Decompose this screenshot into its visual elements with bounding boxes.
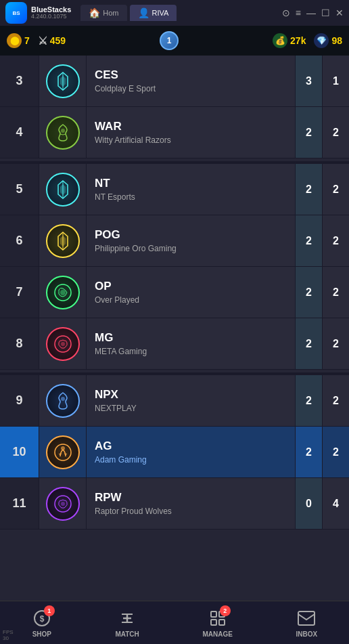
- team-logo-nt: [46, 173, 80, 207]
- team-logo-war: [46, 116, 80, 150]
- rank-badge: 1: [160, 31, 179, 50]
- svg-rect-29: [298, 611, 315, 625]
- wins-cell: 2: [295, 267, 322, 318]
- table-row-highlighted[interactable]: 10 AG Adam Gaming 2: [0, 427, 349, 478]
- table-row[interactable]: 3 CES Coldplay E Sport 3 1: [0, 56, 349, 107]
- gems-icon: 💎: [314, 33, 329, 48]
- gold-value: 7: [24, 35, 30, 46]
- team-info: RPW Raptor Proud Wolves: [87, 491, 295, 515]
- rank-cell: 6: [0, 215, 39, 266]
- logo-cell: [39, 56, 87, 106]
- swords-icon: ⚔: [38, 35, 47, 47]
- close-icon[interactable]: ✕: [335, 7, 344, 18]
- coins-icon: 💰: [273, 33, 287, 48]
- app-version: 4.240.0.1075: [31, 14, 71, 20]
- gems-status: 💎 98: [314, 33, 342, 48]
- logo-cell: [39, 107, 87, 158]
- svg-point-11: [60, 290, 66, 295]
- tab-bar: 🏠 Hom 👤 RIVA: [80, 5, 278, 21]
- losses-cell: 2: [322, 164, 349, 215]
- nav-shop[interactable]: $ 1 SHOP: [32, 608, 52, 638]
- swords-value: 459: [50, 35, 66, 46]
- team-name: META Gaming: [95, 347, 287, 356]
- svg-point-13: [61, 342, 65, 346]
- table-row[interactable]: 7 OP Over Played 2 2: [0, 267, 349, 318]
- logo-cell: [39, 427, 87, 477]
- team-abbr: RPW: [95, 491, 287, 505]
- logo-cell: [39, 478, 87, 529]
- team-name: Over Played: [95, 295, 287, 305]
- gold-status: ⬤ 7: [7, 33, 30, 48]
- team-info: OP Over Played: [87, 280, 295, 304]
- rank-container: 1: [74, 31, 264, 50]
- table-row[interactable]: 8 MG META Gaming 2 2: [0, 318, 349, 370]
- shop-label: SHOP: [32, 630, 51, 638]
- team-logo-ces: [46, 64, 80, 98]
- main-content: 3 CES Coldplay E Sport 3 1: [0, 56, 349, 601]
- menu-icon[interactable]: ≡: [296, 7, 301, 18]
- logo-cell: [39, 375, 87, 426]
- rank-cell: 5: [0, 164, 39, 215]
- nav-manage[interactable]: 2 MANAGE: [202, 608, 232, 638]
- inbox-label: INBOX: [296, 630, 318, 638]
- table-row[interactable]: 4 WAR Witty Artificial Razors 2 2: [0, 107, 349, 158]
- wins-cell: 2: [295, 215, 322, 266]
- team-name: Coldplay E Sport: [95, 84, 287, 93]
- team-abbr: POG: [95, 228, 287, 242]
- team-info: WAR Witty Artificial Razors: [87, 120, 295, 144]
- rank-cell: 11: [0, 478, 39, 529]
- losses-cell: 2: [322, 267, 349, 318]
- maximize-icon[interactable]: ☐: [321, 7, 330, 18]
- swords-status: ⚔ 459: [38, 35, 66, 47]
- logo-cell: [39, 215, 87, 266]
- app-info: BlueStacks 4.240.0.1075: [31, 5, 71, 20]
- team-name: NT Esports: [95, 192, 287, 202]
- nav-match[interactable]: MATCH: [115, 608, 139, 638]
- wins-cell: 0: [295, 478, 322, 529]
- team-logo-mg: [46, 327, 80, 361]
- user-icon[interactable]: ⊙: [282, 7, 290, 18]
- gems-value: 98: [331, 35, 342, 46]
- rank-cell: 9: [0, 375, 39, 426]
- svg-point-3: [61, 129, 65, 133]
- losses-cell: 2: [322, 318, 349, 369]
- table-row[interactable]: 9 NPX NEXTPLAY 2 2: [0, 375, 349, 427]
- losses-cell: 2: [322, 107, 349, 158]
- team-info: POG Philippine Oro Gaming: [87, 228, 295, 253]
- team-abbr: NPX: [95, 388, 287, 402]
- manage-label: MANAGE: [202, 630, 232, 638]
- svg-text:$: $: [39, 614, 44, 624]
- section-bot: 9 NPX NEXTPLAY 2 2: [0, 375, 349, 530]
- bluestacks-logo: BS: [5, 2, 27, 24]
- coins-status: 💰 27k: [273, 33, 306, 48]
- team-name: Philippine Oro Gaming: [95, 244, 287, 253]
- table-row[interactable]: 11 RPW Raptor Proud Wolves 0 4: [0, 478, 349, 530]
- nav-inbox[interactable]: INBOX: [296, 608, 318, 638]
- bottom-nav: $ 1 SHOP MATCH: [0, 601, 349, 644]
- team-abbr: WAR: [95, 120, 287, 133]
- team-name: Adam Gaming: [95, 455, 287, 465]
- rank-cell: 7: [0, 267, 39, 318]
- wins-cell: 3: [295, 56, 322, 106]
- tab-home[interactable]: 🏠 Hom: [80, 5, 126, 21]
- losses-cell: 4: [322, 478, 349, 529]
- table-row[interactable]: 6 POG Philippine Oro Gaming 2 2: [0, 215, 349, 267]
- window-controls: ⊙ ≡ — ☐ ✕: [282, 7, 344, 18]
- coins-value: 27k: [290, 35, 306, 46]
- wins-cell: 2: [295, 427, 322, 477]
- svg-rect-27: [211, 620, 216, 625]
- fps-label: FPS30: [3, 629, 14, 641]
- rank-cell: 3: [0, 56, 39, 106]
- svg-rect-25: [211, 611, 216, 617]
- minimize-icon[interactable]: —: [306, 7, 316, 18]
- losses-cell: 1: [322, 56, 349, 106]
- team-abbr: MG: [95, 331, 287, 345]
- team-logo-npx: [46, 384, 80, 418]
- match-label: MATCH: [115, 630, 139, 638]
- tab-riva[interactable]: 👤 RIVA: [130, 5, 177, 21]
- table-row[interactable]: 5 NT NT Esports 2 2: [0, 164, 349, 215]
- team-name: NEXTPLAY: [95, 404, 287, 413]
- inbox-icon: [296, 608, 317, 628]
- team-logo-op: [46, 276, 80, 309]
- losses-cell: 2: [322, 215, 349, 266]
